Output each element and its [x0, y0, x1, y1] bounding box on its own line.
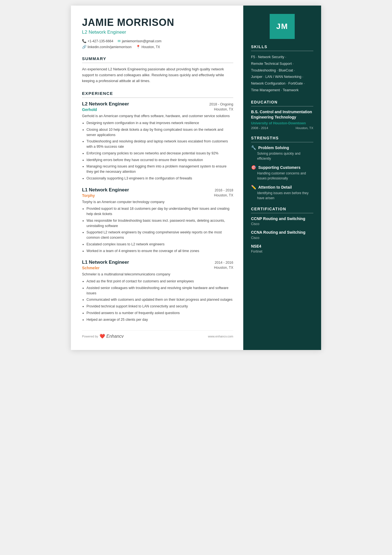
education-section: EDUCATION B.S. Control and Instrumentati… [243, 100, 321, 130]
job-1-dates: 2018 - Ongoing [209, 102, 233, 106]
job-3-dates: 2014 - 2016 [215, 261, 233, 265]
strength-3-desc: Identifying issues even before they have… [251, 191, 313, 201]
email-icon: ✉ [118, 39, 121, 43]
strength-3: ✏️ Attention to Detail Identifying issue… [251, 185, 313, 201]
list-item: Managing recurring issues and logging th… [86, 164, 233, 174]
list-item: Provided answers to a number of frequent… [86, 310, 233, 316]
email-item: ✉ jamiemorrison@gmail.com [118, 39, 161, 43]
cert-1-name: CCNP Routing and Switching [251, 216, 313, 222]
phone-icon: 📞 [82, 39, 86, 43]
job-2-header: L1 Network Engineer 2016 - 2018 [82, 187, 233, 193]
list-item: Identifying errors before they have occu… [86, 157, 233, 163]
list-item: Communicated with customers and updated … [86, 297, 233, 302]
strengths-section: STRENGTHS 🔧 Problem Solving Solving prob… [243, 136, 321, 201]
list-item: Designing system configuration in a way … [86, 120, 233, 126]
job-2-location: Houston, TX [214, 193, 233, 198]
phone-value: +1-427-135-6664 [88, 39, 113, 43]
left-column: JAMIE MORRISON L2 Network Engineer 📞 +1-… [71, 6, 243, 350]
job-3-desc: Schmeler is a multinational telecommunic… [82, 272, 233, 277]
skills-line-2: Remote Technical Support · [251, 62, 294, 66]
strength-1-name: Problem Solving [258, 145, 289, 150]
footer-url: www.enhancv.com [208, 335, 233, 338]
cert-2-org: Cisco [251, 236, 313, 240]
linkedin-value: linkedin.com/in/jamiemorrison [88, 45, 132, 49]
experience-section: EXPERIENCE L2 Network Engineer 2018 - On… [82, 91, 233, 322]
edu-degree: B.S. Control and Instrumentation Enginee… [251, 109, 313, 120]
skills-section: SKILLS F5 · Network Security · Remote Te… [243, 45, 321, 94]
candidate-name: JAMIE MORRISON [82, 17, 233, 28]
location-icon: 📍 [136, 45, 140, 49]
cert-2-name: CCNA Routing and Switching [251, 230, 313, 235]
powered-by-text: Powered by [82, 335, 98, 338]
strength-3-name: Attention to Detail [258, 185, 292, 189]
skills-line-3: Troubleshooting · BlueCoat · [251, 68, 295, 72]
skills-line-1: F5 · Network Security · [251, 55, 286, 59]
skills-line-5: Network Configuration · FortiGate · [251, 82, 305, 85]
job-1-header: L2 Network Engineer 2018 - Ongoing [82, 101, 233, 107]
job-2-company: Torphy [82, 193, 95, 198]
strength-1-desc: Solving problems quickly and efficiently [251, 151, 313, 161]
cert-3-name: NSE4 [251, 244, 313, 249]
list-item: Troubleshooting and resolving desktop an… [86, 139, 233, 149]
location-item: 📍 Houston, TX [136, 45, 160, 49]
wrench-icon: 🔧 [251, 145, 256, 150]
brand-name: Enhancv [106, 334, 124, 339]
list-item: Escalated complex issues to L2 network e… [86, 242, 233, 247]
certification-title: CERTIFICATION [251, 207, 313, 213]
header: JAMIE MORRISON L2 Network Engineer 📞 +1-… [82, 17, 233, 49]
edu-dates: 2008 - 2014 [251, 126, 268, 130]
edu-school: University of Houston-Downtown [251, 121, 313, 125]
job-2: L1 Network Engineer 2016 - 2018 Torphy H… [82, 187, 233, 254]
list-item: Acted as the first point of contact for … [86, 279, 233, 284]
cert-3: NSE4 Fortinet [251, 244, 313, 254]
job-1-title: L2 Network Engineer [82, 101, 129, 107]
avatar-container: JM [243, 6, 321, 45]
edu-dates-loc: 2008 - 2014 Houston, TX [251, 126, 313, 130]
linkedin-item: 🔗 linkedin.com/in/jamiemorrison [82, 45, 132, 49]
job-3-sub: Schmeler Houston, TX [82, 266, 233, 270]
skills-text: F5 · Network Security · Remote Technical… [251, 54, 313, 94]
skills-title: SKILLS [251, 45, 313, 51]
list-item: Occasionally supporting L3 engineers in … [86, 176, 233, 181]
location-value: Houston, TX [142, 45, 160, 49]
edu-location: Houston, TX [296, 126, 313, 130]
strengths-title: STRENGTHS [251, 136, 313, 142]
job-3-header: L1 Network Engineer 2014 - 2016 [82, 260, 233, 265]
phone-item: 📞 +1-427-135-6664 [82, 39, 113, 43]
avatar: JM [270, 14, 295, 39]
job-3-company: Schmeler [82, 266, 100, 270]
cert-3-org: Fortinet [251, 250, 313, 253]
job-1-sub: Gerhold Houston, TX [82, 107, 233, 112]
resume-container: JAMIE MORRISON L2 Network Engineer 📞 +1-… [71, 6, 321, 350]
job-2-bullets: Provided support to at least 18 customer… [82, 206, 233, 253]
list-item: Assisted senior colleagues with troubles… [86, 285, 233, 296]
list-item: Provided support to at least 18 customer… [86, 206, 233, 217]
job-1-desc: Gerhold is an American company that offe… [82, 114, 233, 119]
strength-1-header: 🔧 Problem Solving [251, 145, 313, 150]
job-3-location: Houston, TX [214, 266, 233, 270]
job-3-bullets: Acted as the first point of contact for … [82, 279, 233, 322]
strength-1: 🔧 Problem Solving Solving problems quick… [251, 145, 313, 161]
linkedin-icon: 🔗 [82, 45, 86, 49]
footer: Powered by ❤️ Enhancv www.enhancv.com [82, 330, 233, 339]
job-2-desc: Torphy is an American computer technolog… [82, 199, 233, 205]
job-1-bullets: Designing system configuration in a way … [82, 120, 233, 181]
right-column: JM SKILLS F5 · Network Security · Remote… [243, 6, 321, 350]
experience-title: EXPERIENCE [82, 91, 233, 98]
skills-line-6: Time Management · Teamwork [251, 88, 299, 92]
job-2-dates: 2016 - 2018 [215, 188, 233, 192]
list-item: Was responsible for troubleshooting basi… [86, 218, 233, 229]
certification-section: CERTIFICATION CCNP Routing and Switching… [243, 207, 321, 254]
strength-2-header: 🎯 Supporting Customers [251, 165, 313, 170]
job-1-company: Gerhold [82, 107, 97, 112]
job-2-sub: Torphy Houston, TX [82, 193, 233, 198]
footer-powered: Powered by ❤️ Enhancv [82, 334, 124, 339]
cert-2: CCNA Routing and Switching Cisco [251, 230, 313, 240]
job-3: L1 Network Engineer 2014 - 2016 Schmeler… [82, 260, 233, 322]
email-value: jamiemorrison@gmail.com [122, 39, 161, 43]
strength-2-desc: Handling customer concerns and issues pr… [251, 171, 313, 181]
list-item: Closing about 10 help desk tickets a day… [86, 127, 233, 138]
summary-text: An experienced L2 Network Engineering pa… [82, 66, 233, 84]
cert-1-org: Cisco [251, 222, 313, 226]
job-3-title: L1 Network Engineer [82, 260, 129, 265]
